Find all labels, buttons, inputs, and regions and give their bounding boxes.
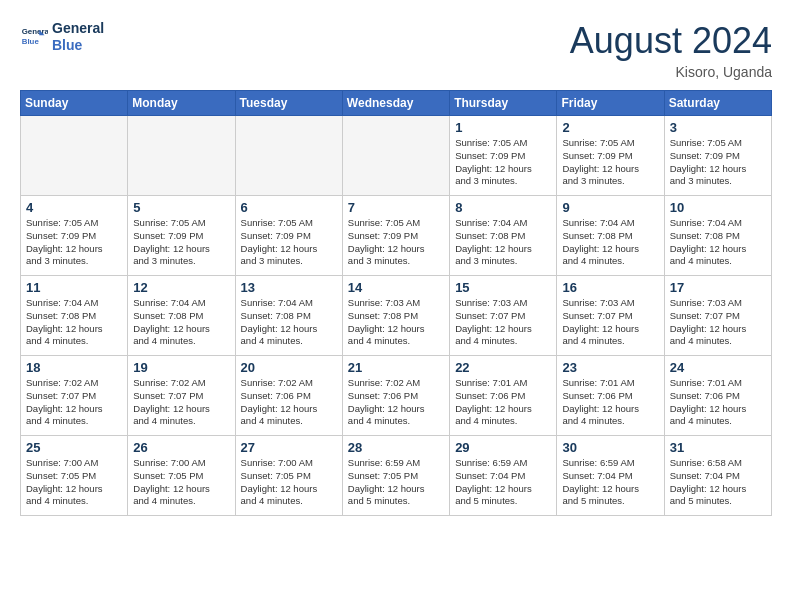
- day-header-saturday: Saturday: [664, 91, 771, 116]
- day-number: 27: [241, 440, 337, 455]
- calendar-cell: [128, 116, 235, 196]
- day-info: Sunrise: 7:00 AM Sunset: 7:05 PM Dayligh…: [133, 457, 229, 508]
- calendar-cell: 8Sunrise: 7:04 AM Sunset: 7:08 PM Daylig…: [450, 196, 557, 276]
- calendar-cell: 2Sunrise: 7:05 AM Sunset: 7:09 PM Daylig…: [557, 116, 664, 196]
- day-info: Sunrise: 7:04 AM Sunset: 7:08 PM Dayligh…: [133, 297, 229, 348]
- day-info: Sunrise: 7:03 AM Sunset: 7:08 PM Dayligh…: [348, 297, 444, 348]
- day-number: 14: [348, 280, 444, 295]
- day-info: Sunrise: 7:00 AM Sunset: 7:05 PM Dayligh…: [26, 457, 122, 508]
- day-number: 1: [455, 120, 551, 135]
- day-number: 2: [562, 120, 658, 135]
- calendar-cell: 4Sunrise: 7:05 AM Sunset: 7:09 PM Daylig…: [21, 196, 128, 276]
- calendar-cell: 15Sunrise: 7:03 AM Sunset: 7:07 PM Dayli…: [450, 276, 557, 356]
- day-number: 16: [562, 280, 658, 295]
- calendar-cell: 9Sunrise: 7:04 AM Sunset: 7:08 PM Daylig…: [557, 196, 664, 276]
- day-info: Sunrise: 7:04 AM Sunset: 7:08 PM Dayligh…: [455, 217, 551, 268]
- day-info: Sunrise: 6:59 AM Sunset: 7:04 PM Dayligh…: [455, 457, 551, 508]
- calendar-cell: 10Sunrise: 7:04 AM Sunset: 7:08 PM Dayli…: [664, 196, 771, 276]
- calendar-cell: 22Sunrise: 7:01 AM Sunset: 7:06 PM Dayli…: [450, 356, 557, 436]
- calendar-cell: 14Sunrise: 7:03 AM Sunset: 7:08 PM Dayli…: [342, 276, 449, 356]
- day-number: 5: [133, 200, 229, 215]
- day-info: Sunrise: 7:04 AM Sunset: 7:08 PM Dayligh…: [241, 297, 337, 348]
- day-number: 28: [348, 440, 444, 455]
- day-info: Sunrise: 6:59 AM Sunset: 7:04 PM Dayligh…: [562, 457, 658, 508]
- calendar-cell: 26Sunrise: 7:00 AM Sunset: 7:05 PM Dayli…: [128, 436, 235, 516]
- day-number: 29: [455, 440, 551, 455]
- calendar-cell: 12Sunrise: 7:04 AM Sunset: 7:08 PM Dayli…: [128, 276, 235, 356]
- day-number: 9: [562, 200, 658, 215]
- day-number: 15: [455, 280, 551, 295]
- day-info: Sunrise: 7:02 AM Sunset: 7:07 PM Dayligh…: [133, 377, 229, 428]
- day-number: 18: [26, 360, 122, 375]
- calendar-cell: 13Sunrise: 7:04 AM Sunset: 7:08 PM Dayli…: [235, 276, 342, 356]
- day-header-thursday: Thursday: [450, 91, 557, 116]
- calendar-week-1: 1Sunrise: 7:05 AM Sunset: 7:09 PM Daylig…: [21, 116, 772, 196]
- calendar-cell: 30Sunrise: 6:59 AM Sunset: 7:04 PM Dayli…: [557, 436, 664, 516]
- month-year: August 2024: [570, 20, 772, 62]
- logo-line1: General: [52, 20, 104, 36]
- day-info: Sunrise: 7:03 AM Sunset: 7:07 PM Dayligh…: [562, 297, 658, 348]
- day-number: 22: [455, 360, 551, 375]
- calendar-cell: 28Sunrise: 6:59 AM Sunset: 7:05 PM Dayli…: [342, 436, 449, 516]
- day-info: Sunrise: 6:59 AM Sunset: 7:05 PM Dayligh…: [348, 457, 444, 508]
- day-number: 24: [670, 360, 766, 375]
- calendar-cell: 5Sunrise: 7:05 AM Sunset: 7:09 PM Daylig…: [128, 196, 235, 276]
- day-number: 4: [26, 200, 122, 215]
- day-info: Sunrise: 7:02 AM Sunset: 7:06 PM Dayligh…: [348, 377, 444, 428]
- calendar-cell: 11Sunrise: 7:04 AM Sunset: 7:08 PM Dayli…: [21, 276, 128, 356]
- day-header-tuesday: Tuesday: [235, 91, 342, 116]
- day-header-sunday: Sunday: [21, 91, 128, 116]
- day-number: 25: [26, 440, 122, 455]
- calendar-cell: [342, 116, 449, 196]
- page-header: General Blue General Blue August 2024 Ki…: [20, 20, 772, 80]
- day-number: 13: [241, 280, 337, 295]
- title-block: August 2024 Kisoro, Uganda: [570, 20, 772, 80]
- svg-text:Blue: Blue: [22, 37, 40, 46]
- day-info: Sunrise: 6:58 AM Sunset: 7:04 PM Dayligh…: [670, 457, 766, 508]
- day-info: Sunrise: 7:02 AM Sunset: 7:06 PM Dayligh…: [241, 377, 337, 428]
- day-header-friday: Friday: [557, 91, 664, 116]
- day-number: 21: [348, 360, 444, 375]
- calendar-cell: 17Sunrise: 7:03 AM Sunset: 7:07 PM Dayli…: [664, 276, 771, 356]
- logo-icon: General Blue: [20, 23, 48, 51]
- calendar-cell: 6Sunrise: 7:05 AM Sunset: 7:09 PM Daylig…: [235, 196, 342, 276]
- calendar-week-3: 11Sunrise: 7:04 AM Sunset: 7:08 PM Dayli…: [21, 276, 772, 356]
- calendar-cell: 20Sunrise: 7:02 AM Sunset: 7:06 PM Dayli…: [235, 356, 342, 436]
- day-number: 23: [562, 360, 658, 375]
- calendar-week-4: 18Sunrise: 7:02 AM Sunset: 7:07 PM Dayli…: [21, 356, 772, 436]
- calendar-cell: [21, 116, 128, 196]
- calendar-cell: [235, 116, 342, 196]
- day-info: Sunrise: 7:05 AM Sunset: 7:09 PM Dayligh…: [348, 217, 444, 268]
- calendar-cell: 31Sunrise: 6:58 AM Sunset: 7:04 PM Dayli…: [664, 436, 771, 516]
- day-number: 26: [133, 440, 229, 455]
- logo-line2: Blue: [52, 37, 82, 53]
- calendar-cell: 7Sunrise: 7:05 AM Sunset: 7:09 PM Daylig…: [342, 196, 449, 276]
- calendar-cell: 16Sunrise: 7:03 AM Sunset: 7:07 PM Dayli…: [557, 276, 664, 356]
- calendar-cell: 18Sunrise: 7:02 AM Sunset: 7:07 PM Dayli…: [21, 356, 128, 436]
- location: Kisoro, Uganda: [570, 64, 772, 80]
- calendar-week-2: 4Sunrise: 7:05 AM Sunset: 7:09 PM Daylig…: [21, 196, 772, 276]
- day-info: Sunrise: 7:02 AM Sunset: 7:07 PM Dayligh…: [26, 377, 122, 428]
- day-info: Sunrise: 7:05 AM Sunset: 7:09 PM Dayligh…: [241, 217, 337, 268]
- calendar-cell: 19Sunrise: 7:02 AM Sunset: 7:07 PM Dayli…: [128, 356, 235, 436]
- calendar-cell: 3Sunrise: 7:05 AM Sunset: 7:09 PM Daylig…: [664, 116, 771, 196]
- calendar-cell: 24Sunrise: 7:01 AM Sunset: 7:06 PM Dayli…: [664, 356, 771, 436]
- calendar-header-row: SundayMondayTuesdayWednesdayThursdayFrid…: [21, 91, 772, 116]
- logo: General Blue General Blue: [20, 20, 104, 54]
- day-info: Sunrise: 7:05 AM Sunset: 7:09 PM Dayligh…: [670, 137, 766, 188]
- day-number: 7: [348, 200, 444, 215]
- day-number: 3: [670, 120, 766, 135]
- calendar-cell: 21Sunrise: 7:02 AM Sunset: 7:06 PM Dayli…: [342, 356, 449, 436]
- day-info: Sunrise: 7:01 AM Sunset: 7:06 PM Dayligh…: [562, 377, 658, 428]
- day-header-monday: Monday: [128, 91, 235, 116]
- day-number: 20: [241, 360, 337, 375]
- day-number: 12: [133, 280, 229, 295]
- calendar-cell: 1Sunrise: 7:05 AM Sunset: 7:09 PM Daylig…: [450, 116, 557, 196]
- day-number: 31: [670, 440, 766, 455]
- day-info: Sunrise: 7:03 AM Sunset: 7:07 PM Dayligh…: [455, 297, 551, 348]
- day-info: Sunrise: 7:05 AM Sunset: 7:09 PM Dayligh…: [26, 217, 122, 268]
- day-number: 8: [455, 200, 551, 215]
- day-info: Sunrise: 7:04 AM Sunset: 7:08 PM Dayligh…: [26, 297, 122, 348]
- day-info: Sunrise: 7:03 AM Sunset: 7:07 PM Dayligh…: [670, 297, 766, 348]
- day-info: Sunrise: 7:04 AM Sunset: 7:08 PM Dayligh…: [562, 217, 658, 268]
